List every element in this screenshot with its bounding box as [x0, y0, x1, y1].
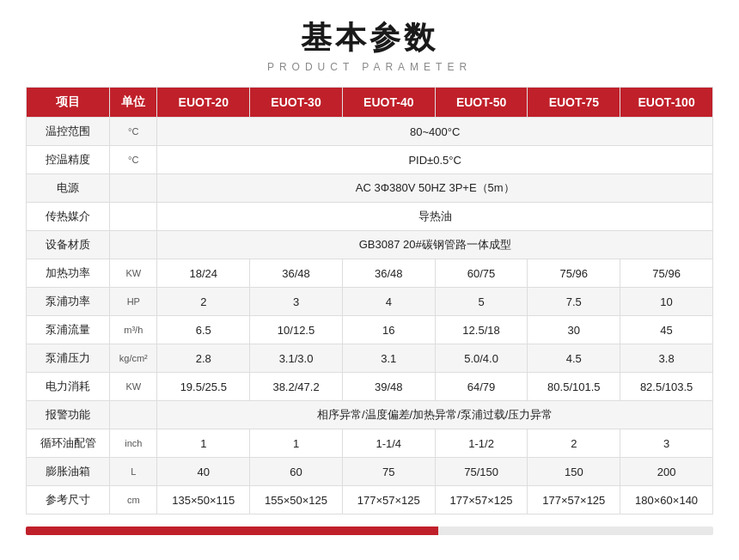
row-label: 参考尺寸: [27, 486, 110, 514]
row-label: 加热功率: [27, 259, 110, 288]
table-row: 温控范围°C80~400°C: [27, 118, 713, 146]
row-cell: 36/48: [342, 259, 435, 288]
row-cell: 3: [250, 288, 343, 316]
row-cell: 1: [250, 429, 343, 458]
col-header-euot100: EUOT-100: [620, 88, 713, 118]
row-unit: KW: [110, 373, 157, 401]
table-row: 报警功能相序异常/温度偏差/加热异常/泵浦过载/压力异常: [27, 401, 713, 429]
table-row: 泵浦流量m³/h6.510/12.51612.5/183045: [27, 316, 713, 344]
col-header-euot50: EUOT-50: [435, 88, 528, 118]
page-header: 基本参数 PRODUCT PARAMETER: [26, 17, 713, 73]
row-cell: 40: [157, 458, 250, 486]
row-cell: 75: [342, 458, 435, 486]
row-cell: 75/96: [528, 259, 620, 288]
row-cell: 180×60×140: [620, 486, 713, 514]
row-unit: kg/cm²: [110, 344, 157, 373]
row-unit: [110, 203, 157, 231]
table-row: 电源AC 3Φ380V 50HZ 3P+E（5m）: [27, 174, 713, 203]
row-label: 温控范围: [27, 118, 110, 146]
row-cell: 4.5: [528, 344, 620, 373]
row-unit: [110, 401, 157, 429]
row-cell: 1: [157, 429, 250, 458]
row-unit: HP: [110, 288, 157, 316]
row-cell: 5: [435, 288, 528, 316]
row-unit: L: [110, 458, 157, 486]
row-cell: 12.5/18: [435, 316, 528, 344]
row-cell: 38.2/47.2: [250, 373, 343, 401]
row-label: 传热媒介: [27, 203, 110, 231]
page-wrapper: 基本参数 PRODUCT PARAMETER 项目 单位 EUOT-20 EUO…: [0, 0, 739, 552]
row-unit: inch: [110, 429, 157, 458]
row-span-value: 80~400°C: [157, 118, 713, 146]
row-cell: 10: [620, 288, 713, 316]
row-span-value: GB3087 20#碳钢管路一体成型: [157, 231, 713, 259]
row-cell: 3.1: [342, 344, 435, 373]
table-row: 电力消耗KW19.5/25.538.2/47.239/4864/7980.5/1…: [27, 373, 713, 401]
row-unit: KW: [110, 259, 157, 288]
row-cell: 150: [528, 458, 620, 486]
row-cell: 60: [250, 458, 343, 486]
row-cell: 18/24: [157, 259, 250, 288]
table-row: 循环油配管inch111-1/41-1/223: [27, 429, 713, 458]
row-label: 报警功能: [27, 401, 110, 429]
row-cell: 1-1/4: [342, 429, 435, 458]
col-header-unit: 单位: [110, 88, 157, 118]
table-row: 膨胀油箱L40607575/150150200: [27, 458, 713, 486]
row-span-value: 相序异常/温度偏差/加热异常/泵浦过载/压力异常: [157, 401, 713, 429]
col-header-item: 项目: [27, 88, 110, 118]
table-row: 传热媒介导热油: [27, 203, 713, 231]
row-label: 循环油配管: [27, 429, 110, 458]
page-title: 基本参数: [26, 17, 713, 59]
row-cell: 3.8: [620, 344, 713, 373]
row-cell: 2: [157, 288, 250, 316]
row-label: 泵浦流量: [27, 316, 110, 344]
row-cell: 1-1/2: [435, 429, 528, 458]
row-label: 电力消耗: [27, 373, 110, 401]
row-cell: 80.5/101.5: [528, 373, 620, 401]
row-label: 设备材质: [27, 231, 110, 259]
row-cell: 155×50×125: [250, 486, 343, 514]
row-cell: 2.8: [157, 344, 250, 373]
row-cell: 19.5/25.5: [157, 373, 250, 401]
col-header-euot30: EUOT-30: [250, 88, 343, 118]
row-cell: 3: [620, 429, 713, 458]
row-cell: 10/12.5: [250, 316, 343, 344]
row-label: 泵浦压力: [27, 344, 110, 373]
col-header-euot40: EUOT-40: [342, 88, 435, 118]
bottom-bar: [26, 527, 713, 535]
row-cell: 36/48: [250, 259, 343, 288]
row-cell: 7.5: [528, 288, 620, 316]
page-subtitle: PRODUCT PARAMETER: [26, 61, 713, 73]
row-cell: 45: [620, 316, 713, 344]
table-row: 参考尺寸cm135×50×115155×50×125177×57×125177×…: [27, 486, 713, 514]
row-label: 膨胀油箱: [27, 458, 110, 486]
row-cell: 82.5/103.5: [620, 373, 713, 401]
row-cell: 4: [342, 288, 435, 316]
row-unit: cm: [110, 486, 157, 514]
row-label: 电源: [27, 174, 110, 203]
row-cell: 75/96: [620, 259, 713, 288]
row-span-value: PID±0.5°C: [157, 146, 713, 174]
row-cell: 177×57×125: [528, 486, 620, 514]
row-cell: 2: [528, 429, 620, 458]
row-cell: 3.1/3.0: [250, 344, 343, 373]
row-cell: 5.0/4.0: [435, 344, 528, 373]
row-cell: 177×57×125: [342, 486, 435, 514]
row-cell: 64/79: [435, 373, 528, 401]
row-span-value: AC 3Φ380V 50HZ 3P+E（5m）: [157, 174, 713, 203]
params-table: 项目 单位 EUOT-20 EUOT-30 EUOT-40 EUOT-50 EU…: [26, 87, 713, 514]
row-cell: 16: [342, 316, 435, 344]
table-row: 泵浦压力kg/cm²2.83.1/3.03.15.0/4.04.53.8: [27, 344, 713, 373]
row-unit: m³/h: [110, 316, 157, 344]
row-cell: 135×50×115: [157, 486, 250, 514]
row-cell: 39/48: [342, 373, 435, 401]
row-label: 控温精度: [27, 146, 110, 174]
table-header-row: 项目 单位 EUOT-20 EUOT-30 EUOT-40 EUOT-50 EU…: [27, 88, 713, 118]
row-span-value: 导热油: [157, 203, 713, 231]
col-header-euot20: EUOT-20: [157, 88, 250, 118]
table-row: 泵浦功率HP23457.510: [27, 288, 713, 316]
row-cell: 177×57×125: [435, 486, 528, 514]
row-cell: 60/75: [435, 259, 528, 288]
table-row: 设备材质GB3087 20#碳钢管路一体成型: [27, 231, 713, 259]
row-cell: 75/150: [435, 458, 528, 486]
